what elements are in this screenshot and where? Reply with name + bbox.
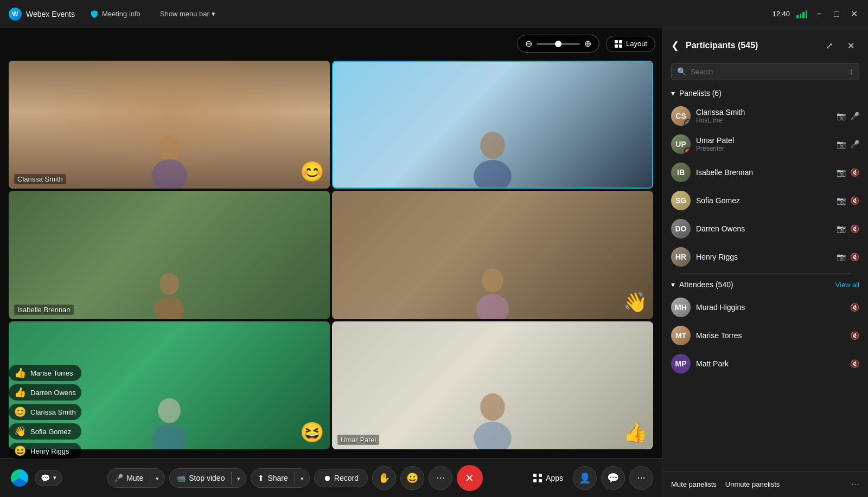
participant-controls-henry: 📷 🔇	[837, 253, 859, 261]
video-background-headphones	[332, 191, 653, 319]
mic-icon-matt: 🔇	[850, 359, 859, 368]
video-icon-isabelle: 📷	[837, 168, 846, 177]
unmute-panelists-button[interactable]: Unmute panelists	[725, 478, 780, 490]
panel-collapse-button[interactable]: ❮	[671, 40, 679, 51]
attendees-section-header[interactable]: ▾ Attendees (540) View all	[671, 276, 859, 293]
end-call-button[interactable]: ✕	[457, 465, 483, 491]
sort-button[interactable]: ↕	[849, 67, 853, 76]
video-cell-man-waving	[332, 61, 653, 189]
participant-name-matt: Matt Park	[696, 359, 845, 368]
search-icon: 🔍	[677, 67, 686, 76]
participant-name-isabelle: Isabelle Brennan	[14, 305, 74, 315]
mute-panelists-button[interactable]: Mute panelists	[671, 478, 717, 490]
zoom-slider[interactable]	[537, 43, 580, 45]
meeting-info-label: Meeting info	[102, 10, 141, 18]
panelists-section-header[interactable]: ▾ Panelists (6)	[671, 85, 859, 102]
panel-footer: Mute panelists Unmute panelists ···	[662, 471, 868, 497]
chat-button[interactable]: 💬	[601, 466, 625, 490]
svg-rect-19	[539, 479, 542, 482]
view-all-link[interactable]: View all	[835, 281, 859, 289]
svg-point-14	[480, 393, 505, 421]
raise-hand-button[interactable]: ✋	[372, 466, 396, 490]
zoom-out-button[interactable]: ⊖	[525, 38, 532, 49]
reaction-name: Clarissa Smith	[30, 408, 76, 416]
captions-button[interactable]: 💬 ▾	[35, 470, 62, 486]
svg-rect-16	[533, 474, 537, 477]
video-icon-henry: 📷	[837, 253, 846, 261]
section-divider	[680, 273, 851, 274]
video-icon-umar: 📷	[837, 140, 846, 149]
mute-dropdown-button[interactable]: ▾	[150, 469, 164, 487]
mic-icon-henry: 🔇	[850, 253, 859, 261]
participant-info-sofia: Sofia Gomez	[696, 196, 831, 205]
participants-icon-button[interactable]: 👤	[573, 466, 597, 490]
reactions-icon: 😀	[406, 472, 418, 484]
search-input[interactable]	[691, 68, 845, 76]
zoom-control: ⊖ ⊕	[517, 35, 599, 53]
search-bar: 🔍 ↕	[671, 63, 859, 80]
reaction-item: 😊 Clarissa Smith	[9, 404, 81, 420]
panel-title: Participants (545)	[686, 41, 816, 50]
mic-icon-darren: 🔇	[850, 224, 859, 233]
close-button[interactable]: ✕	[848, 9, 859, 20]
share-icon: ⬆	[258, 474, 264, 482]
video-background-umar	[332, 321, 653, 449]
participant-info-umar: Umar Patel Presenter	[696, 136, 831, 152]
record-icon: ⏺	[323, 474, 331, 482]
mute-button[interactable]: 🎤 Mute	[107, 469, 150, 487]
video-icon-clarissa: 📷	[837, 112, 846, 120]
mic-icon-clarissa: 🎤	[850, 112, 859, 120]
layout-button[interactable]: Layout	[606, 36, 655, 52]
participant-name-umar: Umar Patel	[696, 136, 831, 145]
chevron-down-icon: ▾	[212, 10, 215, 18]
share-button[interactable]: ⬆ Share	[251, 469, 294, 487]
participants-scroll[interactable]: ▾ Panelists (6) CS 🎧 Clarissa Smith Host…	[662, 85, 868, 471]
participant-item-marise: MT Marise Torres 🔇	[671, 321, 859, 350]
meeting-info-button[interactable]: Meeting info	[86, 8, 145, 21]
panel-popout-button[interactable]: ⤢	[820, 37, 838, 54]
webex-logo-icon: W	[9, 8, 22, 21]
mic-icon-umar: 🎤	[850, 140, 859, 149]
shield-icon	[90, 10, 99, 18]
panel-footer-more-button[interactable]: ···	[851, 479, 859, 490]
video-dropdown-button[interactable]: ▾	[232, 469, 246, 487]
apps-button[interactable]: Apps	[527, 470, 569, 486]
more-options-right-icon: ···	[637, 472, 645, 483]
reaction-item: 👍 Marise Torres	[9, 365, 81, 381]
panel-close-button[interactable]: ✕	[842, 37, 859, 54]
chat-icon: 💬	[607, 472, 619, 484]
mic-icon-sofia: 🔇	[850, 196, 859, 205]
participant-controls-clarissa: 📷 🎤	[837, 112, 859, 120]
stop-video-button[interactable]: 📹 Stop video	[170, 469, 231, 487]
record-button[interactable]: ⏺ Record	[314, 469, 368, 487]
layout-icon	[614, 40, 623, 48]
participant-item-henry: HR Henry Riggs 📷 🔇	[671, 243, 859, 271]
participant-name-darren: Darren Owens	[696, 224, 831, 233]
reactions-button[interactable]: 😀	[400, 466, 424, 490]
more-options-button[interactable]: ···	[429, 466, 452, 490]
webex-logo: W Webex Events	[9, 8, 75, 21]
minimize-button[interactable]: −	[814, 9, 825, 20]
video-cell-clarissa: Clarissa Smith 😊	[9, 61, 330, 189]
presenter-badge-umar: 🔴	[684, 147, 691, 154]
zoom-in-button[interactable]: ⊕	[584, 38, 591, 49]
svg-rect-0	[615, 40, 618, 43]
video-cell-isabelle: Isabelle Brennan	[9, 191, 330, 319]
participant-info-marise: Marise Torres	[696, 331, 845, 340]
assistant-icon	[11, 469, 28, 487]
avatar-sofia: SG	[671, 191, 691, 210]
participant-controls-murad: 🔇	[850, 303, 859, 312]
reaction-item: 😆 Henry Riggs	[9, 443, 81, 459]
more-options-right-button[interactable]: ···	[629, 466, 653, 490]
participant-role-umar: Presenter	[696, 145, 831, 152]
participant-name-marise: Marise Torres	[696, 331, 845, 340]
end-call-icon: ✕	[465, 472, 474, 485]
apps-grid-icon	[533, 473, 542, 483]
reaction-emoji: 😊	[14, 406, 26, 418]
show-menu-button[interactable]: Show menu bar ▾	[156, 8, 220, 20]
layout-label: Layout	[626, 40, 647, 48]
share-dropdown-button[interactable]: ▾	[295, 469, 309, 487]
maximize-button[interactable]: □	[831, 9, 842, 20]
assistant-button[interactable]	[9, 467, 30, 489]
participant-controls-matt: 🔇	[850, 359, 859, 368]
